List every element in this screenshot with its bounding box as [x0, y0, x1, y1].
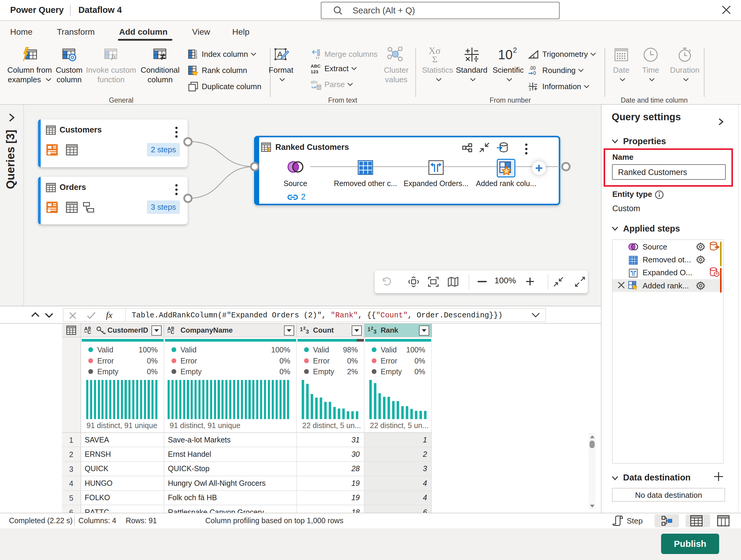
svg-text:0: 0: [533, 71, 536, 75]
svg-text:C: C: [171, 329, 174, 335]
svg-text:3: 3: [374, 329, 377, 335]
svg-text:2: 2: [303, 326, 306, 331]
svg-text:3: 3: [529, 87, 531, 91]
svg-text:Σ: Σ: [432, 54, 437, 63]
svg-text:2: 2: [371, 326, 373, 331]
svg-text:123: 123: [311, 69, 318, 74]
svg-text:10: 10: [498, 47, 513, 62]
svg-text:1: 1: [529, 82, 531, 86]
svg-text:fx: fx: [111, 53, 116, 60]
svg-text:1: 1: [367, 326, 370, 332]
svg-text:3: 3: [195, 56, 197, 59]
svg-text:abc: abc: [311, 79, 318, 84]
svg-text:2: 2: [513, 47, 517, 54]
svg-text:.00: .00: [529, 66, 536, 71]
svg-text:1: 1: [300, 326, 303, 332]
svg-text:3: 3: [306, 329, 309, 335]
svg-text:C: C: [87, 329, 91, 335]
svg-text:ABC: ABC: [311, 63, 321, 69]
